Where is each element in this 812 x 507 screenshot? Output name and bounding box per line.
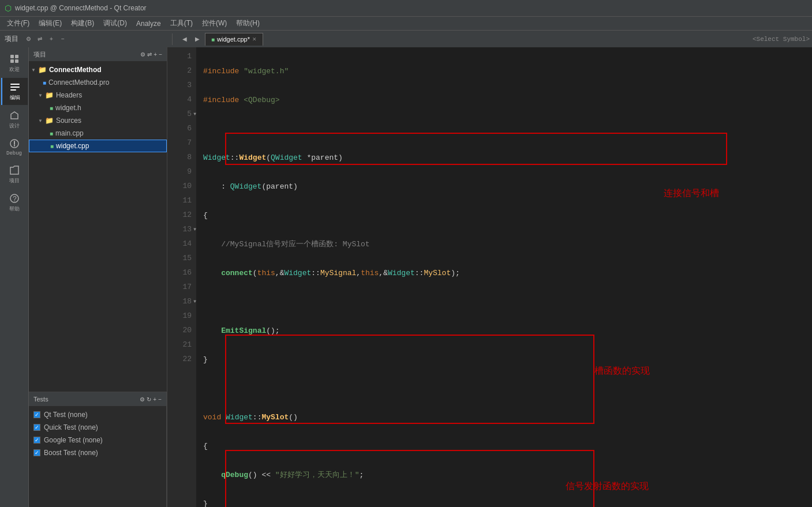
menu-controls[interactable]: 控件(W)	[197, 17, 231, 29]
editor-area[interactable]: 1 2 3 4 5▼ 6 7 8 9 10 11 12 13▼ 14 15 16…	[167, 47, 812, 507]
file-icon-pro: ■	[43, 80, 46, 86]
tree-item-sources[interactable]: ▼ 📁 Sources	[29, 114, 167, 127]
ln-3: 3	[167, 78, 192, 93]
code-line-3	[203, 122, 805, 136]
code-line-7: //MySignal信号对应一个槽函数: MySlot	[203, 237, 805, 251]
menu-help[interactable]: 帮助(H)	[231, 17, 264, 29]
svg-rect-0	[10, 55, 14, 58]
code-line-9	[203, 295, 805, 309]
minus-btn[interactable]: −	[58, 34, 68, 44]
ln-8: 8	[167, 151, 192, 165]
link-icon[interactable]: ⇌	[147, 51, 152, 58]
welcome-icon	[9, 53, 20, 65]
test-item-boost[interactable]: ✓ Boost Test (none)	[29, 446, 166, 459]
menu-analyze[interactable]: Analyze	[132, 18, 166, 29]
tree-item-headers[interactable]: ▼ 📁 Headers	[29, 89, 167, 102]
tests-panel: Tests ⚙ ↻ + − ✓ Qt Test (none) ✓ Quick T…	[29, 392, 167, 507]
code-line-13: void Widget::MySlot()	[203, 410, 805, 425]
ln-22: 22	[167, 352, 192, 367]
project-icon	[9, 164, 20, 176]
select-symbol[interactable]: <Select Symbol>	[753, 36, 810, 43]
tree-item-widget-h[interactable]: ■ widget.h	[29, 102, 167, 114]
file-tree-panel: 项目 ⚙ ⇌ + − ▼ 📁 ConnectMethod ■ C	[29, 47, 167, 392]
tests-content: ✓ Qt Test (none) ✓ Quick Test (none) ✓ G…	[29, 406, 166, 461]
file-tree-header: 项目 ⚙ ⇌ + −	[29, 47, 167, 61]
tree-item-connectmethod-pro[interactable]: ■ ConnectMethod.pro	[29, 76, 167, 89]
expand-arrow-sources: ▼	[38, 118, 43, 123]
tests-refresh-icon[interactable]: ↻	[147, 396, 151, 403]
ln-4: 4	[167, 93, 192, 107]
svg-rect-2	[10, 59, 14, 63]
menu-bar: 文件(F) 编辑(E) 构建(B) 调试(D) Analyze 工具(T) 控件…	[0, 16, 812, 30]
tree-item-widget-cpp[interactable]: ■ widget.cpp	[29, 140, 167, 152]
tab-widget-cpp[interactable]: ■ widget.cpp* ✕	[205, 33, 263, 46]
menu-debug[interactable]: 调试(D)	[99, 17, 132, 29]
tree-item-connectmethod[interactable]: ▼ 📁 ConnectMethod	[29, 63, 167, 76]
plus-btn[interactable]: +	[46, 34, 57, 44]
folder-icon-headers: 📁	[45, 91, 54, 99]
nav-back-btn[interactable]: ◀	[179, 34, 190, 44]
file-tree: ▼ 📁 ConnectMethod ■ ConnectMethod.pro ▼ …	[29, 61, 167, 392]
link-btn[interactable]: ⇌	[35, 34, 45, 44]
sidebar-icons: 欢迎 编辑 设计 Debug 项目 ? 帮助	[0, 47, 29, 507]
svg-text:?: ?	[13, 196, 17, 204]
sidebar-item-debug[interactable]: Debug	[1, 134, 28, 160]
line-numbers: 1 2 3 4 5▼ 6 7 8 9 10 11 12 13▼ 14 15 16…	[167, 47, 196, 507]
ln-11: 11	[167, 194, 192, 208]
ln-12: 12	[167, 208, 192, 223]
test-item-qt[interactable]: ✓ Qt Test (none)	[29, 408, 166, 421]
test-item-google[interactable]: ✓ Google Test (none)	[29, 434, 166, 446]
left-panel: 项目 ⚙ ⇌ + − ▼ 📁 ConnectMethod ■ C	[29, 47, 167, 507]
project-panel-title: 项目	[33, 50, 46, 59]
app-icon: ⬡	[5, 3, 12, 13]
title-bar: ⬡ widget.cpp @ ConnectMethod - Qt Creato…	[0, 0, 812, 16]
filter-btn[interactable]: ⚙	[23, 34, 33, 44]
svg-rect-1	[15, 55, 18, 58]
project-label: 项目	[5, 34, 18, 44]
ln-16: 16	[167, 266, 192, 280]
code-line-8: connect(this,&Widget::MySignal,this,&Wid…	[203, 266, 805, 280]
tests-header: Tests ⚙ ↻ + −	[29, 392, 166, 406]
edit-icon	[9, 81, 21, 93]
menu-build[interactable]: 构建(B)	[66, 17, 99, 29]
sidebar-item-welcome[interactable]: 欢迎	[1, 50, 28, 77]
tree-item-main-cpp[interactable]: ■ main.cpp	[29, 127, 167, 140]
expand-arrow-headers: ▼	[38, 93, 43, 98]
tests-add-icon[interactable]: +	[153, 396, 156, 403]
tab-close-btn[interactable]: ✕	[252, 36, 257, 42]
menu-file[interactable]: 文件(F)	[2, 17, 34, 29]
sidebar-item-project[interactable]: 项目	[1, 161, 28, 188]
code-container: 1 2 3 4 5▼ 6 7 8 9 10 11 12 13▼ 14 15 16…	[167, 47, 812, 507]
ln-17: 17	[167, 280, 192, 295]
google-test-checkbox[interactable]: ✓	[33, 437, 40, 444]
ln-13: 13▼	[167, 223, 192, 237]
nav-fwd-btn[interactable]: ▶	[192, 34, 203, 44]
sidebar-item-help[interactable]: ? 帮助	[1, 189, 28, 216]
qt-test-checkbox[interactable]: ✓	[33, 411, 40, 418]
ln-19: 19	[167, 309, 192, 324]
tests-title: Tests	[33, 396, 48, 403]
code-line-11: }	[203, 352, 805, 367]
code-line-4: Widget::Widget(QWidget *parent)	[203, 151, 805, 165]
add-icon[interactable]: +	[154, 51, 157, 58]
tests-remove-icon[interactable]: −	[158, 396, 162, 403]
code-line-5: : QWidget(parent)	[203, 179, 805, 194]
ln-9: 9	[167, 165, 192, 179]
menu-tools[interactable]: 工具(T)	[166, 17, 197, 29]
sidebar-item-edit[interactable]: 编辑	[1, 78, 28, 105]
quick-test-checkbox[interactable]: ✓	[33, 424, 40, 431]
menu-edit[interactable]: 编辑(E)	[34, 17, 66, 29]
ln-2: 2	[167, 64, 192, 78]
filter-icon[interactable]: ⚙	[140, 51, 145, 58]
expand-arrow-connectmethod: ▼	[31, 67, 36, 73]
remove-icon[interactable]: −	[159, 51, 162, 58]
ln-6: 6	[167, 122, 192, 136]
test-item-quick[interactable]: ✓ Quick Test (none)	[29, 421, 166, 434]
boost-test-checkbox[interactable]: ✓	[33, 449, 40, 456]
ln-18: 18▼	[167, 295, 192, 309]
code-editor[interactable]: #include "widget.h" #include <QDebug> Wi…	[196, 47, 812, 507]
tests-filter-icon[interactable]: ⚙	[140, 396, 145, 403]
toolbar: 项目 ⚙ ⇌ + − ◀ ▶ ■ widget.cpp* ✕ <Select S…	[0, 30, 812, 47]
ln-1: 1	[167, 50, 192, 64]
sidebar-item-design[interactable]: 设计	[1, 106, 28, 133]
